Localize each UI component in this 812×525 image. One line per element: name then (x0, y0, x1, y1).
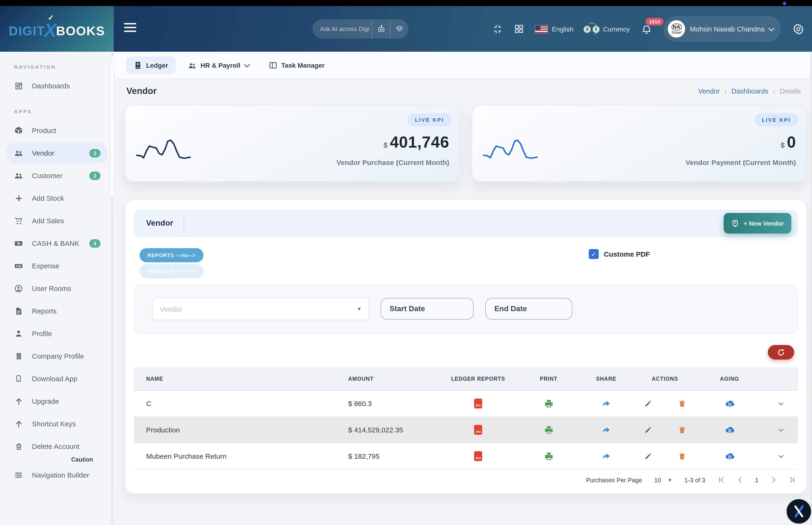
jpg-file-icon[interactable]: JPG (474, 451, 482, 461)
last-page-icon[interactable] (788, 476, 796, 484)
refresh-button[interactable] (768, 345, 794, 360)
checkbox-checked-icon[interactable]: ✓ (589, 249, 599, 259)
plus-icon (14, 194, 23, 202)
us-flag-icon (535, 25, 548, 33)
sidebar-item-customer[interactable]: Customer2 (6, 165, 108, 186)
task-manager-icon (269, 61, 277, 69)
edit-pencil-icon[interactable] (644, 452, 652, 460)
window-scrollbar[interactable] (810, 52, 812, 525)
sidebar-item-download-app[interactable]: Download App (6, 368, 108, 389)
share-icon[interactable] (601, 399, 611, 408)
sidebar-item-dashboards[interactable]: Dashboards (6, 75, 108, 96)
share-icon[interactable] (601, 425, 611, 435)
sidebar-item-reports[interactable]: Reports (6, 300, 108, 321)
per-page-label: Purchases Per Page (586, 476, 642, 483)
per-page-select[interactable]: 10 ▼ (654, 476, 672, 483)
vendor-filter-select[interactable]: Vendor ▼ (152, 298, 369, 320)
aging-cloud-icon[interactable] (724, 398, 735, 409)
tab-task-manager[interactable]: Task Manager (261, 56, 332, 74)
sidebar-item-company-profile[interactable]: Company Profile (6, 345, 108, 366)
module-tabs: LedgerHR & PayrollTask Manager (114, 52, 812, 78)
share-icon[interactable] (601, 451, 611, 461)
panel-title: Vendor (134, 219, 173, 228)
kpi-card-vendor-purchase: LIVE KPI $ 401,746 Vendor Purchase (Curr… (125, 106, 460, 181)
current-page: 1 (755, 476, 759, 483)
sidebar-item-cash-bank[interactable]: CASH & BANK4 (6, 232, 108, 254)
prev-page-icon[interactable] (736, 476, 744, 484)
sidebar-item-label: Vendor (32, 149, 54, 157)
new-vendor-button[interactable]: + New Vendor (724, 213, 791, 234)
apps-grid-icon[interactable] (514, 24, 524, 34)
sidebar-item-add-stock[interactable]: Add Stock (6, 188, 108, 209)
delete-trash-icon[interactable] (678, 400, 686, 407)
sidebar-item-label: Shortcut Keys (32, 420, 76, 428)
table-row[interactable]: Production$ 414,529,022.35JPG (134, 417, 798, 443)
table-row[interactable]: C$ 860.3JPG (134, 391, 798, 417)
ai-robot-icon[interactable] (372, 19, 390, 39)
cash-icon (14, 239, 23, 248)
jpg-file-icon[interactable]: JPG (474, 399, 482, 408)
sidebar-item-label: CASH & BANK (32, 239, 79, 247)
delete-trash-icon[interactable] (678, 426, 686, 434)
next-page-icon[interactable] (770, 476, 777, 484)
sidebar-item-navigation-builder[interactable]: Navigation Builder (6, 464, 108, 485)
sidebar-item-delete-account[interactable]: Delete Account (6, 436, 108, 457)
ai-search-input[interactable] (312, 25, 372, 32)
page-range: 1-3 of 3 (685, 476, 705, 483)
select-caret-icon: ▼ (668, 477, 672, 482)
edit-pencil-icon[interactable] (644, 426, 652, 434)
sidebar-item-vendor[interactable]: Vendor2 (6, 142, 108, 164)
vendor-panel: Vendor + New Vendor REPORTS -->to--> REP… (125, 200, 806, 494)
breadcrumb-vendor[interactable]: Vendor (698, 87, 720, 95)
print-icon[interactable] (544, 451, 553, 461)
tab-hr-payroll[interactable]: HR & Payroll (180, 56, 256, 74)
row-expand-chevron[interactable] (777, 452, 784, 460)
logo-digit: DIGIT (9, 24, 45, 39)
end-date-input[interactable]: End Date (486, 298, 572, 320)
reports-button[interactable]: REPORTS -->to--> (140, 248, 203, 262)
caution-note: Caution (0, 456, 93, 463)
user-menu[interactable]: NA Smart Mohsin Nawab Chandna (663, 16, 781, 42)
custom-pdf-checkbox[interactable]: ✓ Custome PDF (589, 249, 650, 259)
sidebar-item-label: Dashboards (32, 82, 70, 90)
row-expand-chevron[interactable] (777, 426, 784, 434)
breadcrumb: Vendor›Dashboards›Details (698, 87, 801, 95)
chat-widget-button[interactable] (785, 498, 812, 525)
first-page-icon[interactable] (718, 476, 725, 484)
sidebar-item-upgrade[interactable]: Upgrade (6, 391, 108, 412)
tab-ledger[interactable]: Ledger (126, 56, 175, 74)
fullscreen-exit-icon[interactable] (493, 24, 503, 34)
page-title: Vendor (126, 86, 157, 96)
print-icon[interactable] (544, 399, 553, 408)
sidebar-item-expense[interactable]: $Expense (6, 255, 108, 276)
edit-pencil-icon[interactable] (644, 400, 652, 407)
currency-selector[interactable]: $ € Currency (585, 22, 630, 36)
print-icon[interactable] (544, 425, 553, 435)
sidebar-item-product[interactable]: Product (6, 120, 108, 141)
main-content: LedgerHR & PayrollTask Manager Vendor Ve… (114, 52, 812, 525)
knowledge-box-icon[interactable] (390, 19, 408, 39)
sidebar-item-shortcut-keys[interactable]: Shortcut Keys (6, 413, 108, 434)
settings-gear-icon[interactable] (792, 23, 805, 35)
delete-trash-icon[interactable] (678, 452, 686, 460)
jpg-file-icon[interactable]: JPG (474, 425, 482, 435)
sidebar-item-user-rooms[interactable]: User Rooms (6, 278, 108, 299)
sidebar-item-label: Navigation Builder (32, 471, 89, 479)
notifications-bell-icon[interactable]: 1910 (641, 23, 652, 34)
sidebar-item-profile[interactable]: Profile (6, 323, 108, 344)
aging-cloud-icon[interactable] (724, 451, 735, 461)
dashboards-icon (14, 81, 23, 90)
aging-cloud-icon[interactable] (724, 425, 735, 435)
table-row[interactable]: Mubeen Purchase Return$ 182,795JPG (134, 443, 798, 469)
start-date-input[interactable]: Start Date (381, 298, 474, 320)
sidebar-item-add-sales[interactable]: Add Sales (6, 210, 108, 231)
logo[interactable]: DIGITX✓BOOKS (0, 6, 114, 52)
breadcrumb-separator: › (724, 87, 727, 95)
language-selector[interactable]: English (535, 25, 573, 33)
vendor-table: NAMEAMOUNTLEDGER REPORTSPRINTSHAREACTION… (134, 367, 798, 469)
pagination: Purchases Per Page 10 ▼ 1-3 of 3 1 (134, 476, 798, 484)
row-expand-chevron[interactable] (777, 400, 784, 407)
breadcrumb-dashboards[interactable]: Dashboards (731, 87, 768, 95)
hamburger-menu-icon[interactable] (124, 23, 136, 32)
count-badge: 2 (89, 149, 101, 157)
